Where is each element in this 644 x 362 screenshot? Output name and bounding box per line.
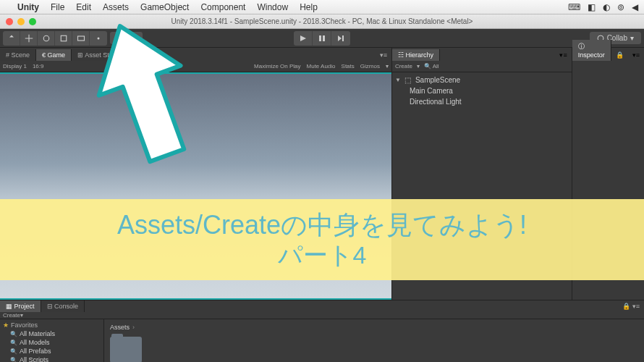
transform-tools: [3, 31, 107, 46]
hierarchy-item-label: Directional Light: [410, 98, 462, 106]
menu-edit[interactable]: Edit: [70, 2, 97, 12]
wifi-icon[interactable]: ⊚: [617, 2, 624, 12]
status-icon-2[interactable]: ◐: [603, 2, 610, 12]
menu-window[interactable]: Window: [251, 2, 294, 12]
hierarchy-tabs: ☷ Hierarchy ▾≡: [392, 48, 572, 61]
project-sidebar: ★ Favorites 🔍All Materials 🔍All Models 🔍…: [0, 319, 104, 362]
hierarchy-item-label: Main Camera: [410, 87, 453, 95]
hierarchy-controls: Create ▾ 🔍 All: [392, 61, 572, 72]
scale-tool[interactable]: [55, 31, 72, 46]
pause-button[interactable]: [313, 31, 331, 46]
tab-project[interactable]: ▦ Project: [0, 300, 41, 312]
menu-assets[interactable]: Assets: [97, 2, 135, 12]
volume-icon[interactable]: ◀: [632, 2, 638, 12]
favorite-all-materials[interactable]: 🔍All Materials: [0, 329, 103, 338]
project-menu-icon[interactable]: 🔒 ▾≡: [618, 300, 644, 312]
scene-icon: ⬚: [404, 75, 412, 84]
tab-hierarchy[interactable]: ☷ Hierarchy: [392, 49, 440, 61]
game-view-controls: Display 1 16:9 Maximize On Play Mute Aud…: [0, 61, 391, 72]
aspect-selector[interactable]: 16:9: [33, 63, 44, 70]
gizmos-toggle[interactable]: Gizmos: [360, 63, 380, 70]
hierarchy-item-directional-light[interactable]: Directional Light: [392, 96, 572, 107]
svg-rect-4: [319, 35, 321, 41]
hierarchy-scene-label: SampleScene: [415, 76, 460, 84]
play-button[interactable]: [294, 31, 313, 46]
title-banner: Assets/Createの中身を見てみよう! パート4: [0, 199, 644, 280]
svg-rect-1: [61, 35, 67, 41]
project-controls: Create ▾: [0, 312, 644, 319]
breadcrumb-chevron-icon: ›: [132, 324, 135, 331]
search-icon: 🔍: [10, 357, 17, 363]
scene-tabs: # Scene € Game ⊞ Asset Store ▾≡: [0, 48, 391, 61]
svg-rect-2: [77, 36, 84, 41]
banner-title-1: Assets/Createの中身を見てみよう!: [117, 209, 527, 240]
hand-tool[interactable]: [3, 31, 20, 46]
hierarchy-scene-row[interactable]: ▼ ⬚ SampleScene: [392, 74, 572, 85]
favorites-header[interactable]: ★ Favorites: [0, 321, 103, 329]
display-selector[interactable]: Display 1: [3, 63, 27, 70]
disclosure-triangle-icon[interactable]: ▼: [395, 77, 401, 83]
svg-rect-5: [323, 35, 325, 41]
svg-rect-6: [342, 35, 344, 41]
inspector-lock-icon[interactable]: 🔒: [611, 49, 628, 61]
window-title: Unity 2018.3.14f1 - SampleScene.unity - …: [171, 17, 473, 25]
transform-tool[interactable]: [90, 31, 107, 46]
menu-gameobject[interactable]: GameObject: [135, 2, 195, 12]
project-breadcrumb[interactable]: Assets ›: [107, 322, 641, 332]
tab-console[interactable]: ⊟ Console: [41, 300, 85, 312]
favorite-all-scripts[interactable]: 🔍All Scripts: [0, 355, 103, 362]
maximize-window-button[interactable]: [29, 18, 36, 25]
move-tool[interactable]: [20, 31, 38, 46]
svg-point-0: [43, 35, 49, 41]
tab-game[interactable]: € Game: [36, 49, 72, 61]
search-icon: 🔍: [10, 348, 17, 355]
menu-file[interactable]: File: [45, 2, 70, 12]
mute-audio-toggle[interactable]: Mute Audio: [307, 63, 336, 70]
window-titlebar: Unity 2018.3.14f1 - SampleScene.unity - …: [0, 14, 644, 29]
tab-scene[interactable]: # Scene: [0, 49, 36, 61]
pivot-toggle[interactable]: ▪ Pivot: [110, 32, 143, 44]
svg-point-3: [98, 37, 100, 39]
traffic-lights: [6, 18, 36, 25]
rotate-tool[interactable]: [38, 31, 55, 46]
project-panel: ▦ Project ⊟ Console 🔒 ▾≡ Create ▾ ★ Favo…: [0, 300, 644, 362]
minimize-window-button[interactable]: [17, 18, 25, 25]
close-window-button[interactable]: [6, 18, 13, 25]
hierarchy-search[interactable]: 🔍 All: [424, 63, 439, 70]
panel-menu-icon[interactable]: ▾≡: [376, 49, 391, 61]
project-tabs: ▦ Project ⊟ Console 🔒 ▾≡: [0, 300, 644, 312]
unity-toolbar: ▪ Pivot Collab ▾: [0, 29, 644, 48]
rect-tool[interactable]: [72, 31, 90, 46]
project-create-button[interactable]: Create: [3, 312, 20, 319]
hierarchy-item-main-camera[interactable]: Main Camera: [392, 85, 572, 96]
playback-controls: [294, 31, 350, 46]
project-content: Assets › Scenes: [104, 319, 644, 362]
star-icon: ★: [3, 321, 9, 329]
project-folder-grid: Scenes: [107, 332, 641, 362]
search-icon: 🔍: [10, 331, 17, 337]
hierarchy-menu-icon[interactable]: ▾≡: [555, 49, 571, 61]
folder-scenes[interactable]: Scenes: [110, 337, 142, 362]
maximize-on-play-toggle[interactable]: Maximize On Play: [254, 63, 300, 70]
step-button[interactable]: [331, 31, 350, 46]
favorite-all-prefabs[interactable]: 🔍All Prefabs: [0, 347, 103, 355]
keyboard-icon[interactable]: ⌨: [568, 2, 580, 12]
project-body: ★ Favorites 🔍All Materials 🔍All Models 🔍…: [0, 319, 644, 362]
menu-unity[interactable]: Unity: [12, 2, 45, 12]
status-icon-1[interactable]: ◧: [588, 2, 596, 12]
tab-inspector[interactable]: ⓘ Inspector: [572, 40, 611, 61]
inspector-tabs: ⓘ Inspector 🔒 ▾≡: [572, 48, 644, 61]
menu-component[interactable]: Component: [195, 2, 251, 12]
menu-help[interactable]: Help: [294, 2, 323, 12]
banner-title-2: パート4: [278, 240, 367, 270]
hierarchy-create-button[interactable]: Create: [395, 63, 412, 70]
search-icon: 🔍: [10, 340, 17, 346]
stats-toggle[interactable]: Stats: [342, 63, 355, 70]
menubar-status-icons: ⌨ ◧ ◐ ⊚ ◀: [568, 2, 638, 12]
tab-asset-store[interactable]: ⊞ Asset Store: [72, 49, 125, 61]
favorite-all-models[interactable]: 🔍All Models: [0, 338, 103, 347]
macos-menubar: Unity File Edit Assets GameObject Compon…: [0, 0, 644, 14]
folder-icon: [110, 337, 142, 362]
inspector-menu-icon[interactable]: ▾≡: [628, 49, 644, 61]
